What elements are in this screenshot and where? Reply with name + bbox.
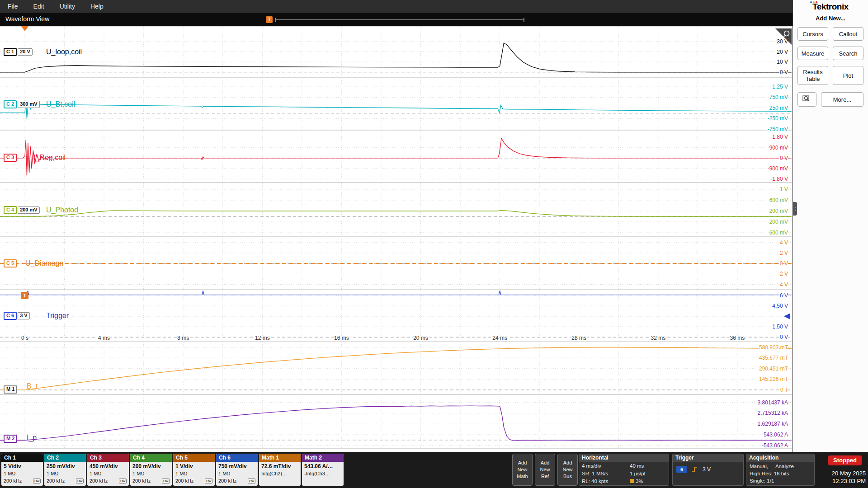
channel-card-body: 250 mV/div1 MΩ200 kHzBᴡ [44,462,86,486]
overview-trigger-icon: T [266,16,273,23]
channel-card-title: Ch 2 [44,454,86,462]
channel-label-math1[interactable]: B_t [27,382,38,391]
position-percent: 3% [630,478,666,485]
channel-card-body: 5 V/div1 MΩ200 kHzBᴡ [1,462,43,486]
menu-utility[interactable]: Utility [52,3,83,10]
channel-label-ch1[interactable]: U_loop,coil [46,47,82,56]
channel-card-line: 250 mV/div [47,463,84,470]
system-date: 20 May 2025 [832,470,866,477]
acquisition-panel-title: Acquisition [746,454,814,462]
tektronix-logo: Tektronix [793,2,868,12]
channel-card-line: 1 MΩ [218,470,255,478]
measure-button[interactable]: Measure [797,47,828,60]
channel-badge-text: C 2 [4,100,17,108]
channel-label-ch6[interactable]: Trigger [46,311,69,320]
channel-card-ch-3[interactable]: Ch 3450 mV/div1 MΩ200 kHzBᴡ [87,454,129,486]
bandwidth-limit-icon: Bᴡ [248,479,255,483]
run-status-badge: Stopped [828,455,862,465]
channel-card-ch-1[interactable]: Ch 15 V/div1 MΩ200 kHzBᴡ [1,454,43,486]
channel-card-ch-2[interactable]: Ch 2250 mV/div1 MΩ200 kHzBᴡ [44,454,86,486]
channel-badge-text: C 3 [4,154,17,162]
channel-card-line: 1 MΩ [90,470,127,478]
sample-interval: 1 µs/pt [630,470,666,478]
channel-card-line: 450 mV/div [90,463,127,470]
channel-label-ch2[interactable]: U_Bt,coil [46,100,75,109]
channel-badge-ch3[interactable]: C 3 [4,154,17,162]
plot-button[interactable]: Plot [833,66,863,85]
channel-label-math2[interactable]: I_p [27,433,37,442]
channel-card-math-2[interactable]: Math 2543.06 A/…-Intg(Ch3… [302,454,344,486]
channel-card-ch-6[interactable]: Ch 6750 mV/div1 MΩ200 kHzBᴡ [216,454,258,486]
rising-edge-icon [691,466,698,473]
menu-file[interactable]: File [0,3,26,10]
results-table-button[interactable]: Results Table [797,66,828,85]
acquisition-mode: Manual, [750,463,768,470]
bandwidth-limit-icon: Bᴡ [162,479,170,483]
trigger-panel-title: Trigger [673,454,743,462]
channel-card-title: Ch 6 [216,454,258,462]
channel-card-line: 1 MΩ [4,470,41,478]
channel-card-body: 750 mV/div1 MΩ200 kHzBᴡ [216,462,258,486]
right-panel-buttons: Cursors Callout Measure Search Results T… [797,27,863,85]
menu-bar: File Edit Utility Help [0,0,793,13]
position-icon [630,479,634,483]
channel-label-ch5[interactable]: U_Diamagn [25,259,63,268]
channel-label-ch4[interactable]: U_Photod [46,206,78,215]
menu-help[interactable]: Help [83,3,111,10]
more-button[interactable]: More... [821,92,863,107]
add-new-math-button[interactable]: Add New Math [512,454,533,486]
channel-badge-ch6[interactable]: C 63 V [4,312,30,320]
sample-rate: SR: 1 MS/s [582,470,630,478]
zoom-tool-button[interactable] [797,92,816,107]
zoom-corner-control[interactable] [774,28,792,48]
bandwidth-limit-icon: Bᴡ [76,479,84,483]
add-new-group: Add New Math Add New Ref Add New Bus [512,454,578,486]
channel-card-ch-5[interactable]: Ch 51 V/div1 MΩ200 kHzBᴡ [173,454,215,486]
channel-badge-ch4[interactable]: C 4200 mV [4,206,40,214]
panel-splitter-handle[interactable]: ⋮ [793,202,797,216]
add-new-bus-button[interactable]: Add New Bus [557,454,578,486]
channel-card-title: Ch 4 [130,454,172,462]
channel-card-line: 543.06 A/… [304,463,341,470]
channel-badge-text: C 1 [4,48,17,56]
menu-edit[interactable]: Edit [26,3,52,10]
channel-badge-ch2[interactable]: C 2300 mV [4,100,40,108]
channel-scale-chip: 300 mV [18,101,40,108]
acquisition-single: Single: 1/1 [750,477,811,484]
channel-badge-math1[interactable]: M 1 [4,385,17,394]
acquisition-values: Manual, Analyze High Res: 16 bits Single… [746,462,814,485]
acquisition-overview[interactable]: T [266,13,524,26]
channel-card-body: 1 V/div1 MΩ200 kHzBᴡ [173,462,215,486]
channel-badge-math2[interactable]: M 2 [4,435,17,443]
channel-card-line: 1 MΩ [132,470,170,478]
channel-card-math-1[interactable]: Math 172.6 mT/divIntg(Ch2)… [259,454,301,486]
horizontal-scale: 4 ms/div [582,462,630,470]
channel-badge-ch1[interactable]: C 120 V [4,48,33,56]
overview-window-bar[interactable] [275,19,524,20]
channel-label-ch3[interactable]: I_Rog,coil [33,153,66,162]
channel-card-body: 200 mV/div1 MΩ200 kHzBᴡ [130,462,172,486]
channel-card-ch-4[interactable]: Ch 4200 mV/div1 MΩ200 kHzBᴡ [130,454,172,486]
search-button[interactable]: Search [833,47,863,60]
channel-badge-ch5[interactable]: C 5 [4,259,17,267]
callout-button[interactable]: Callout [833,27,863,41]
channel-card-line: 1 V/div [175,463,212,470]
channel-card-line: 200 kHzBᴡ [132,478,170,485]
channel-badge-text: C 5 [4,259,17,267]
channel-badge-text: M 1 [4,385,17,394]
trigger-panel[interactable]: Trigger 6 3 V [672,454,744,486]
trigger-source-badge[interactable]: T [21,292,28,299]
acquisition-analyze: Analyze [775,463,794,470]
trigger-level-value: 3 V [703,466,711,473]
logo-dots [810,1,817,3]
acquisition-resolution: High Res: 16 bits [750,470,811,477]
horizontal-panel[interactable]: Horizontal 4 ms/div 40 ms SR: 1 MS/s 1 µ… [579,454,669,486]
zoom-corner-icon [774,28,792,47]
horizontal-panel-title: Horizontal [579,454,669,462]
channel-badge-text: C 6 [4,312,17,320]
acquisition-panel[interactable]: Acquisition Manual, Analyze High Res: 16… [746,454,815,486]
channel-card-body: 450 mV/div1 MΩ200 kHzBᴡ [87,462,129,486]
cursors-button[interactable]: Cursors [797,27,828,41]
record-length: RL: 40 kpts [582,478,630,485]
add-new-ref-button[interactable]: Add New Ref [535,454,555,486]
